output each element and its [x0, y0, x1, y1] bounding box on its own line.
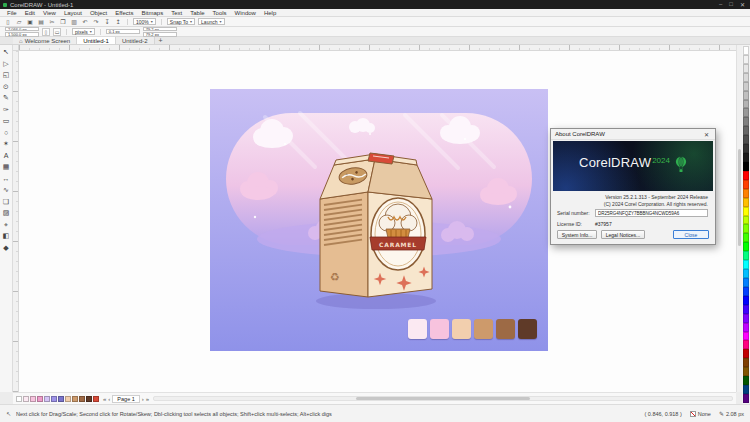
color-swatch[interactable] [44, 396, 50, 402]
page-1-tab[interactable]: Page 1 [112, 395, 139, 403]
serial-number-field[interactable]: DR25RG4NFQZY7BBBNG4NCWD59A6 [595, 209, 708, 217]
color-swatch[interactable] [743, 144, 749, 153]
color-swatch[interactable] [58, 396, 64, 402]
minimize-button[interactable]: – [719, 1, 722, 8]
color-swatch[interactable] [79, 396, 85, 402]
color-swatch[interactable] [743, 73, 749, 82]
color-swatch[interactable] [86, 396, 92, 402]
shape-tool[interactable]: ▷ [1, 60, 12, 68]
zoom-level-select[interactable]: 100% ▾ [133, 18, 156, 25]
copy-icon[interactable]: ❐ [59, 18, 67, 26]
save-icon[interactable]: ▣ [26, 18, 34, 26]
dialog-close-button[interactable]: Close [673, 230, 709, 239]
maximize-button[interactable]: □ [729, 1, 733, 8]
color-swatch[interactable] [743, 340, 749, 349]
tab-untitled-1[interactable]: Untitled-1 [77, 37, 116, 44]
smart-fill-tool[interactable]: ◆ [1, 244, 12, 252]
color-swatch[interactable] [743, 394, 749, 403]
drop-shadow-tool[interactable]: ❏ [1, 198, 12, 206]
cut-icon[interactable]: ✂ [48, 18, 56, 26]
menu-layout[interactable]: Layout [60, 10, 86, 16]
export-icon[interactable]: ↥ [114, 18, 122, 26]
menu-view[interactable]: View [39, 10, 60, 16]
color-swatch[interactable] [743, 216, 749, 225]
launch-select[interactable]: Launch ▾ [198, 18, 224, 25]
new-document-icon[interactable]: ▯ [4, 18, 12, 26]
color-swatch[interactable] [30, 396, 36, 402]
page-width-field[interactable]: 2,066.0 px [5, 27, 39, 32]
color-swatch[interactable] [743, 287, 749, 296]
menu-window[interactable]: Window [231, 10, 260, 16]
color-swatch[interactable] [743, 117, 749, 126]
color-swatch[interactable] [16, 396, 22, 402]
page-height-field[interactable]: 1,500.0 px [5, 32, 39, 37]
duplicate-y-field[interactable]: 79.2 px [143, 32, 177, 37]
color-swatch[interactable] [743, 46, 749, 55]
color-swatch[interactable] [743, 242, 749, 251]
system-info-button[interactable]: System Info... [557, 230, 597, 239]
color-swatch[interactable] [743, 260, 749, 269]
color-swatch[interactable] [743, 385, 749, 394]
color-swatch[interactable] [743, 367, 749, 376]
color-swatch[interactable] [743, 349, 749, 358]
interactive-fill-tool[interactable]: ◧ [1, 232, 12, 240]
close-button[interactable]: ✕ [740, 1, 745, 8]
dimension-tool[interactable]: ↔ [1, 175, 12, 183]
undo-icon[interactable]: ↶ [81, 18, 89, 26]
color-swatch[interactable] [743, 126, 749, 135]
import-icon[interactable]: ↧ [103, 18, 111, 26]
color-swatch[interactable] [743, 171, 749, 180]
color-swatch[interactable] [743, 180, 749, 189]
color-swatch[interactable] [51, 396, 57, 402]
print-icon[interactable]: ▤ [37, 18, 45, 26]
color-swatch[interactable] [743, 82, 749, 91]
new-tab-button[interactable]: + [155, 37, 167, 44]
portrait-button[interactable]: ▯ [42, 28, 50, 36]
rectangle-tool[interactable]: ▭ [1, 117, 12, 125]
artistic-media-tool[interactable]: ✑ [1, 106, 12, 114]
color-swatch[interactable] [743, 358, 749, 367]
color-swatch[interactable] [743, 162, 749, 171]
color-swatch[interactable] [743, 135, 749, 144]
freehand-tool[interactable]: ✎ [1, 94, 12, 102]
horizontal-scrollbar[interactable] [153, 396, 733, 401]
color-swatch[interactable] [743, 251, 749, 260]
color-swatch[interactable] [743, 55, 749, 64]
legal-notices-button[interactable]: Legal Notices... [601, 230, 645, 239]
dialog-close-icon[interactable]: ✕ [702, 131, 711, 138]
color-swatch[interactable] [743, 314, 749, 323]
landscape-button[interactable]: ▭ [53, 28, 61, 36]
color-swatch[interactable] [743, 189, 749, 198]
zoom-tool[interactable]: ⊙ [1, 83, 12, 91]
transparency-tool[interactable]: ▨ [1, 209, 12, 217]
redo-icon[interactable]: ↷ [92, 18, 100, 26]
ellipse-tool[interactable]: ○ [1, 129, 12, 137]
duplicate-x-field[interactable]: 79.2 px [143, 27, 177, 32]
menu-help[interactable]: Help [260, 10, 280, 16]
color-swatch[interactable] [743, 269, 749, 278]
color-swatch[interactable] [743, 376, 749, 385]
connector-tool[interactable]: ∿ [1, 186, 12, 194]
color-swatch[interactable] [743, 332, 749, 341]
menu-table[interactable]: Table [186, 10, 208, 16]
color-swatch[interactable] [743, 91, 749, 100]
menu-edit[interactable]: Edit [21, 10, 39, 16]
previous-page-button[interactable]: ‹ [108, 396, 110, 402]
snap-to-select[interactable]: Snap To ▾ [167, 18, 195, 25]
color-swatch[interactable] [743, 233, 749, 242]
color-swatch[interactable] [743, 153, 749, 162]
color-swatch[interactable] [37, 396, 43, 402]
color-swatch[interactable] [72, 396, 78, 402]
menu-effects[interactable]: Effects [111, 10, 137, 16]
first-page-button[interactable]: « [103, 396, 106, 402]
menu-bitmaps[interactable]: Bitmaps [138, 10, 168, 16]
color-swatch[interactable] [743, 198, 749, 207]
drawing-artwork[interactable]: ♻ CARAMEL [210, 89, 548, 351]
menu-tools[interactable]: Tools [209, 10, 231, 16]
color-swatch[interactable] [743, 100, 749, 109]
color-swatch[interactable] [93, 396, 99, 402]
paste-icon[interactable]: ▥ [70, 18, 78, 26]
table-tool[interactable]: ▦ [1, 163, 12, 171]
color-eyedropper-tool[interactable]: ⌖ [1, 221, 12, 229]
color-swatch[interactable] [743, 108, 749, 117]
